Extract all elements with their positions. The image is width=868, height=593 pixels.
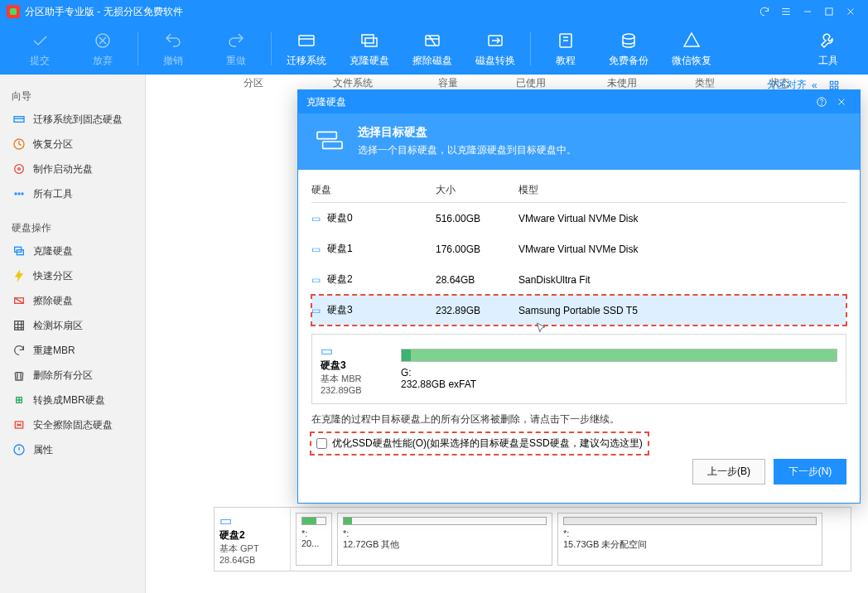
svg-point-11 — [15, 165, 24, 174]
sidebar-item-badsector[interactable]: 检测坏扇区 — [0, 313, 145, 338]
convertmbr-icon — [12, 393, 27, 407]
tools-button[interactable]: 工具 — [797, 24, 860, 74]
sidebar-item-quickpart[interactable]: 快速分区 — [0, 263, 145, 288]
clone-disk-button[interactable]: 克隆硬盘 — [338, 24, 401, 74]
disk-convert-button[interactable]: 磁盘转换 — [464, 24, 527, 74]
wipe-icon — [12, 293, 27, 308]
svg-point-8 — [623, 34, 634, 39]
sidebar-item-migrate[interactable]: 迁移系统到固态硬盘 — [0, 107, 145, 132]
migrate-os-button[interactable]: 迁移系统 — [275, 24, 338, 74]
svg-rect-28 — [317, 132, 336, 138]
discard-button: 放弃 — [71, 24, 134, 74]
titlebar: 分区助手专业版 - 无损分区免费软件 — [0, 0, 868, 23]
tutorial-button[interactable]: 教程 — [534, 24, 597, 74]
disk-row[interactable]: ▭硬盘0516.00GBVMware Virtual NVMe Disk — [311, 203, 846, 234]
warning-text: 在克隆的过程中目标硬盘上的所有分区将被删除，请点击下一步继续。 — [311, 412, 846, 427]
disks-icon — [313, 125, 346, 158]
redo-button: 重做 — [205, 24, 268, 74]
svg-rect-0 — [826, 8, 832, 15]
disk-row[interactable]: ▭硬盘228.64GBSanDiskUltra Fit — [311, 264, 846, 295]
sidebar-section-wizard: 向导 — [0, 83, 145, 107]
target-disk-preview: ▭ 硬盘3 基本 MBR 232.89GB G: 232.88GB exFAT — [311, 334, 846, 404]
disk-icon: ▭ — [311, 274, 321, 286]
svg-rect-25 — [835, 86, 838, 89]
commit-button: 提交 — [8, 24, 71, 74]
target-part-label: G: — [401, 367, 837, 378]
app-title: 分区助手专业版 - 无损分区免费软件 — [25, 5, 183, 19]
menu-button[interactable] — [775, 0, 797, 23]
secureerase-icon — [12, 417, 27, 432]
sidebar-item-label: 转换成MBR硬盘 — [33, 393, 105, 407]
free-backup-button[interactable]: 免费备份 — [597, 24, 660, 74]
svg-point-13 — [15, 193, 17, 195]
svg-rect-3 — [362, 35, 374, 43]
content-area: 向导 迁移系统到固态硬盘恢复分区制作启动光盘所有工具 硬盘操作 克隆硬盘快速分区… — [0, 75, 868, 593]
dialog-title: 克隆硬盘 — [306, 95, 346, 109]
target-part-desc: 232.88GB exFAT — [401, 378, 837, 390]
svg-rect-22 — [830, 81, 833, 84]
disk-card-disk2[interactable]: ▭ 硬盘2 基本 GPT 28.64GB *:20... *:12.72GB 其… — [214, 507, 851, 571]
prev-button[interactable]: 上一步(B) — [692, 459, 765, 485]
quickpart-icon — [12, 268, 27, 283]
close-button[interactable] — [840, 0, 861, 23]
disk-icon: ▭ — [311, 305, 321, 316]
badsector-icon — [12, 318, 27, 333]
dialog-banner: 选择目标硬盘 选择一个目标硬盘，以克隆源硬盘到目标硬盘中。 — [298, 113, 860, 170]
sidebar-item-label: 删除所有分区 — [33, 369, 93, 383]
rebuild-icon — [12, 343, 27, 358]
svg-rect-2 — [299, 36, 314, 46]
disk-row[interactable]: ▭硬盘3232.89GBSamsung Portable SSD T5 — [311, 295, 846, 325]
disk-icon: ▭ — [219, 513, 285, 528]
main-toolbar: 提交 放弃 撤销 重做 迁移系统 克隆硬盘 擦除磁盘 磁盘转换 教程 免费备份 … — [0, 23, 868, 75]
sidebar-item-label: 擦除硬盘 — [33, 294, 73, 308]
deleteall-icon — [12, 368, 27, 383]
sidebar-item-convertmbr[interactable]: 转换成MBR硬盘 — [0, 388, 145, 412]
wechat-recover-button[interactable]: 微信恢复 — [660, 24, 723, 74]
sidebar-item-deleteall[interactable]: 删除所有分区 — [0, 363, 145, 388]
sidebar-item-label: 克隆硬盘 — [33, 244, 73, 258]
sidebar-item-label: 安全擦除固态硬盘 — [33, 418, 113, 432]
svg-rect-4 — [365, 38, 377, 46]
sidebar-item-props[interactable]: 属性 — [0, 437, 145, 462]
sidebar-item-rebuild[interactable]: 重建MBR — [0, 338, 145, 363]
sidebar-item-alltools[interactable]: 所有工具 — [0, 181, 145, 206]
disk-icon: ▭ — [321, 343, 391, 359]
svg-point-12 — [18, 168, 21, 171]
app-logo — [7, 5, 20, 18]
next-button[interactable]: 下一步(N) — [774, 459, 846, 485]
sidebar-item-wipe[interactable]: 擦除硬盘 — [0, 288, 145, 313]
disk-icon: ▭ — [311, 213, 321, 224]
sidebar-item-label: 迁移系统到固态硬盘 — [33, 113, 123, 127]
svg-rect-29 — [323, 142, 342, 148]
undo-button: 撤销 — [142, 24, 205, 74]
maximize-button[interactable] — [818, 0, 840, 23]
clone-disk-dialog: 克隆硬盘 选择目标硬盘 选择一个目标硬盘，以克隆源硬盘到目标硬盘中。 硬盘 大小… — [297, 89, 861, 504]
sidebar-item-bootdisc[interactable]: 制作启动光盘 — [0, 157, 145, 181]
refresh-button[interactable] — [754, 0, 775, 23]
clone-icon — [12, 243, 27, 258]
sidebar-item-recover[interactable]: 恢复分区 — [0, 132, 145, 157]
svg-point-27 — [822, 104, 822, 105]
sidebar-item-label: 重建MBR — [33, 344, 75, 358]
disk-row[interactable]: ▭硬盘1176.00GBVMware Virtual NVMe Disk — [311, 234, 846, 264]
banner-title: 选择目标硬盘 — [358, 125, 576, 140]
ssd-optimize-checkbox[interactable] — [316, 438, 327, 449]
ssd-optimize-option[interactable]: 优化SSD硬盘性能(O)(如果选择的目标硬盘是SSD硬盘，建议勾选这里) — [311, 433, 648, 454]
bootdisc-icon — [12, 162, 27, 176]
minimize-button[interactable] — [797, 0, 818, 23]
main-panel: 分区文件系统 容量已使用 未使用类型 状态 分区对齐 « 是 是 是 是 是 — [146, 75, 868, 593]
dialog-help-button[interactable] — [812, 92, 832, 112]
sidebar-item-label: 属性 — [33, 443, 53, 457]
dialog-close-button[interactable] — [832, 92, 851, 112]
svg-rect-24 — [830, 86, 833, 89]
disk-table-header: 硬盘 大小 模型 — [311, 178, 846, 203]
sidebar-item-label: 检测坏扇区 — [33, 319, 83, 333]
sidebar-item-label: 快速分区 — [33, 269, 73, 283]
svg-point-14 — [18, 193, 20, 195]
recover-icon — [12, 137, 27, 152]
sidebar-item-clone[interactable]: 克隆硬盘 — [0, 239, 145, 263]
wipe-disk-button[interactable]: 擦除磁盘 — [401, 24, 464, 74]
disk-icon: ▭ — [311, 243, 321, 255]
svg-rect-23 — [835, 81, 838, 84]
sidebar-item-secureerase[interactable]: 安全擦除固态硬盘 — [0, 412, 145, 437]
